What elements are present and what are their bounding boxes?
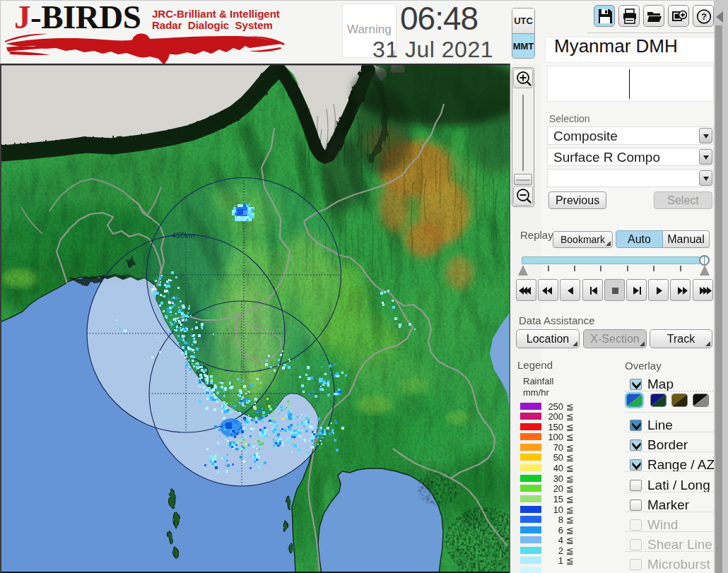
svg-text:450km: 450km (172, 231, 195, 240)
svg-text:?: ? (701, 11, 707, 22)
